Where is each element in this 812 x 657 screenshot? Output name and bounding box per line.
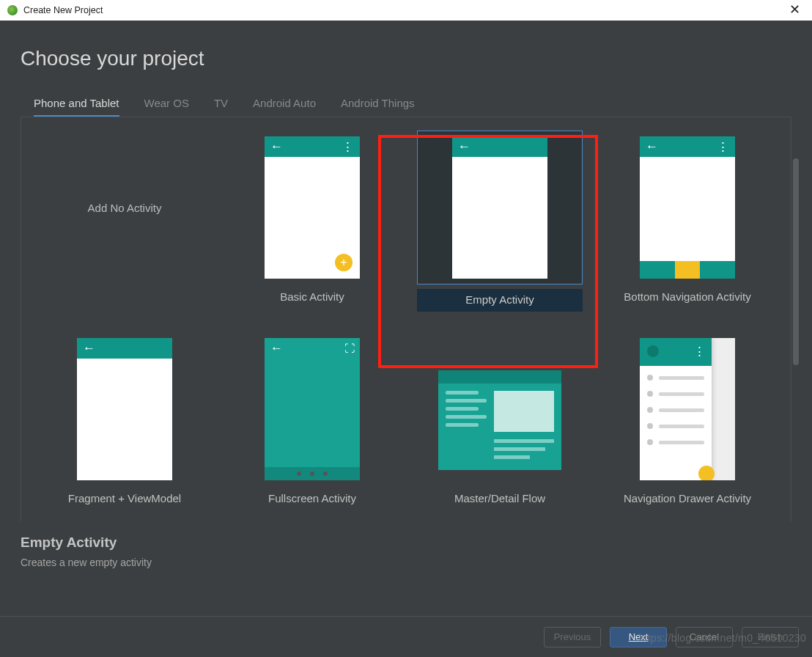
template-thumb (42, 332, 207, 486)
nav-dots-icon (265, 467, 360, 480)
template-thumb: + (229, 131, 395, 285)
template-master-detail-flow[interactable]: Master/Detail Flow (417, 332, 583, 504)
template-thumb-no-activity: Add No Activity (42, 131, 207, 285)
back-arrow-icon (646, 139, 658, 154)
template-label: Empty Activity (417, 289, 583, 312)
android-studio-icon (7, 5, 18, 15)
overflow-menu-icon (342, 139, 354, 155)
previous-button[interactable]: Previous (544, 627, 601, 647)
template-fullscreen-activity[interactable]: Fullscreen Activity (229, 332, 395, 504)
template-label: Master/Detail Flow (417, 491, 583, 504)
next-button[interactable]: Next (610, 627, 667, 647)
template-label: Fullscreen Activity (229, 491, 395, 504)
template-basic-activity[interactable]: + Basic Activity (229, 131, 395, 312)
back-arrow-icon (458, 139, 470, 154)
template-add-no-activity[interactable]: Add No Activity (42, 131, 207, 312)
template-gallery-wrap: Add No Activity + Basic Activity (21, 117, 791, 521)
template-thumb (417, 332, 583, 486)
avatar-icon (647, 345, 659, 357)
finish-button[interactable]: Finish (742, 627, 799, 647)
template-label: Fragment + ViewModel (42, 491, 207, 504)
template-gallery: Add No Activity + Basic Activity (21, 117, 791, 512)
tab-wear-os[interactable]: Wear OS (144, 97, 189, 117)
tab-phone-and-tablet[interactable]: Phone and Tablet (34, 97, 119, 117)
template-label (42, 285, 207, 286)
fab-plus-icon: + (335, 254, 353, 271)
tab-android-auto[interactable]: Android Auto (253, 97, 316, 117)
window-title: Create New Project (23, 5, 103, 15)
tab-tv[interactable]: TV (214, 97, 228, 117)
template-label: Basic Activity (229, 289, 395, 303)
dialog-footer: Previous Next Cancel Finish (0, 616, 812, 657)
cancel-button[interactable]: Cancel (676, 627, 733, 647)
window-titlebar: Create New Project ✕ (0, 0, 812, 21)
template-label: Navigation Drawer Activity (605, 491, 770, 504)
overflow-menu-icon (693, 344, 706, 359)
tab-android-things[interactable]: Android Things (341, 97, 415, 117)
platform-tabs: Phone and Tablet Wear OS TV Android Auto… (0, 70, 812, 117)
template-thumb (229, 332, 395, 486)
back-arrow-icon (83, 341, 95, 356)
template-fragment-viewmodel[interactable]: Fragment + ViewModel (42, 332, 207, 504)
template-thumb (605, 332, 770, 486)
close-icon[interactable]: ✕ (789, 3, 800, 16)
template-description: Empty Activity Creates a new empty activ… (0, 521, 812, 568)
gallery-scrollbar[interactable] (793, 158, 799, 365)
template-empty-activity[interactable]: Empty Activity (417, 131, 583, 312)
template-description-subtitle: Creates a new empty activity (21, 557, 812, 568)
template-thumb (417, 131, 583, 285)
template-description-title: Empty Activity (21, 535, 812, 551)
template-label: Bottom Navigation Activity (605, 289, 770, 303)
fab-icon (698, 466, 715, 480)
back-arrow-icon (270, 139, 283, 154)
template-thumb (605, 131, 770, 285)
template-navigation-drawer-activity[interactable]: Navigation Drawer Activity (605, 332, 770, 504)
template-bottom-navigation-activity[interactable]: Bottom Navigation Activity (605, 131, 770, 312)
overflow-menu-icon (717, 139, 729, 155)
page-title: Choose your project (0, 21, 812, 70)
dialog-content: Choose your project Phone and Tablet Wea… (0, 21, 812, 657)
